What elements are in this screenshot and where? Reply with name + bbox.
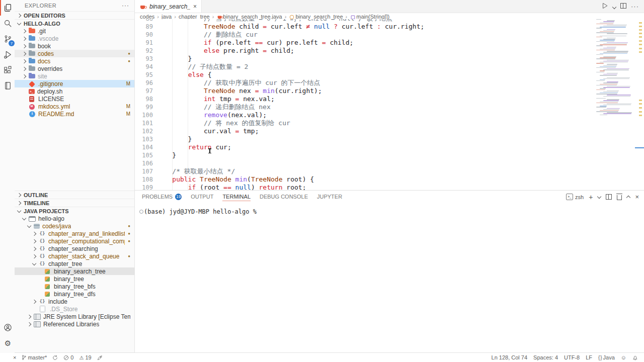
tree-item-chapter-array-and-linkedlist[interactable]: {}chapter_array_and_linkedlist● xyxy=(15,230,134,237)
run-button[interactable] xyxy=(602,3,608,11)
breadcrumb-binary-search-tree-java[interactable]: binary_search_tree.java xyxy=(216,14,282,20)
terminal-dropdown-icon[interactable] xyxy=(597,194,601,198)
code-line-108[interactable]: public TreeNode min(TreeNode root) { xyxy=(156,175,596,184)
tree-item-chapter-stack-and-queue[interactable]: {}chapter_stack_and_queue● xyxy=(15,252,134,260)
code-line-100[interactable]: remove(nex.val); xyxy=(156,111,596,119)
tree-item-gitignore[interactable]: .gitignoreM xyxy=(15,80,134,87)
tree-item-referenced-libraries[interactable]: Referenced Libraries xyxy=(15,320,134,328)
code-editor[interactable]: 8889909192939495969798991001011021031041… xyxy=(135,19,644,190)
code-line-89[interactable]: TreeNode child = cur.left ≠ null ? cur.l… xyxy=(156,23,596,31)
panel-tab-jupyter[interactable]: JUPYTER xyxy=(317,191,342,203)
section-outline[interactable]: OUTLINE xyxy=(15,191,134,199)
code-line-109[interactable]: if (root == null) return root; xyxy=(156,184,596,190)
breadcrumb-chapter-tree[interactable]: chapter_tree xyxy=(179,14,210,20)
tree-item-binary-search-tree[interactable]: binary_search_tree xyxy=(15,267,134,275)
tree-item-jre-system-library-eclipse-temurin-17-17[interactable]: JRE System Library [Eclipse Temurin 17 [… xyxy=(15,313,134,320)
run-dropdown-button[interactable] xyxy=(613,3,616,10)
status-utf-8[interactable]: UTF-8 xyxy=(564,354,580,360)
more-actions-icon[interactable]: ··· xyxy=(122,2,129,9)
status-warning[interactable]: ⚠19 xyxy=(79,354,91,360)
minimap[interactable] xyxy=(596,19,636,160)
tree-item-deploy-sh[interactable]: deploy.sh xyxy=(15,87,134,95)
status-lf[interactable]: LF xyxy=(586,354,592,360)
tree-item-overrides[interactable]: overrides xyxy=(15,65,134,72)
code-line-96[interactable]: // 获取中序遍历中 cur 的下一个结点 xyxy=(156,79,596,87)
tree-item-binary-tree-bfs[interactable]: binary_tree_bfs xyxy=(15,283,134,290)
code-line-102[interactable]: cur.val = tmp; xyxy=(156,127,596,135)
activity-account[interactable] xyxy=(0,320,15,335)
tree-item-mkdocs-yml[interactable]: mkdocs.ymlM xyxy=(15,103,134,110)
activity-notebook[interactable] xyxy=(0,78,15,94)
activity-search[interactable] xyxy=(0,16,15,31)
code-line-105[interactable]: } xyxy=(156,151,596,159)
status-smiley[interactable]: ☺ xyxy=(621,354,626,360)
code-content[interactable]: // 当子结点数量 = 0 / 1 时， child = null / 该子结点… xyxy=(156,19,596,190)
status-braces[interactable]: { }Java xyxy=(598,354,615,360)
breadcrumb-java[interactable]: java xyxy=(162,14,172,20)
tree-item-license[interactable]: LICENSE xyxy=(15,95,134,103)
code-line-95[interactable]: else { xyxy=(156,71,596,79)
tree-item-binary-tree-dfs[interactable]: binary_tree_dfs xyxy=(15,290,134,298)
panel-tab-output[interactable]: OUTPUT xyxy=(191,191,213,203)
split-terminal-icon[interactable] xyxy=(606,194,612,200)
code-line-103[interactable]: } xyxy=(156,135,596,143)
maximize-panel-icon[interactable] xyxy=(626,195,630,199)
tree-item-codes-java[interactable]: codes/java● xyxy=(15,222,134,230)
tree-item-site[interactable]: site xyxy=(15,72,134,80)
more-button[interactable]: ··· xyxy=(631,3,639,10)
code-line-97[interactable]: TreeNode nex = min(cur.right); xyxy=(156,87,596,95)
code-line-107[interactable]: /* 获取最小结点 */ xyxy=(156,167,596,175)
code-line-106[interactable] xyxy=(156,159,596,167)
status-sync[interactable] xyxy=(52,355,58,360)
code-line-90[interactable]: // 删除结点 cur xyxy=(156,31,596,39)
code-line-88[interactable]: // 当子结点数量 = 0 / 1 时， child = null / 该子结点 xyxy=(156,19,596,23)
tab-binary-search-tree-java[interactable]: binary_search_tree.java × xyxy=(135,0,202,13)
terminal[interactable]: (base) jyd@JYD-MBP hello-algo % xyxy=(135,203,644,353)
tree-item-book[interactable]: book xyxy=(15,42,134,50)
panel-tab-problems[interactable]: PROBLEMS19 xyxy=(142,191,182,203)
status-bell[interactable] xyxy=(632,355,638,360)
terminal-profile-select[interactable]: >_ zsh xyxy=(566,194,584,200)
breadcrumb-main-string[interactable]: main(String[]) xyxy=(350,14,389,20)
split-editor-button[interactable] xyxy=(620,3,626,10)
status-remote[interactable]: × xyxy=(13,354,16,360)
panel-tab-terminal[interactable]: TERMINAL xyxy=(222,191,251,203)
activity-explorer[interactable] xyxy=(0,0,15,16)
new-terminal-button[interactable]: + xyxy=(589,194,593,201)
activity-extensions[interactable] xyxy=(0,62,15,78)
breadcrumb-codes[interactable]: codes xyxy=(140,14,154,20)
tree-item-readme-md[interactable]: README.mdM xyxy=(15,110,134,118)
section-open-editors[interactable]: OPEN EDITORS xyxy=(15,11,134,19)
code-line-94[interactable]: // 子结点数量 = 2 xyxy=(156,63,596,71)
tree-item-binary-tree[interactable]: binary_tree xyxy=(15,275,134,283)
section-timeline[interactable]: TIMELINE xyxy=(15,199,134,207)
kill-terminal-icon[interactable] xyxy=(617,195,622,200)
status-spaces-4[interactable]: Spaces: 4 xyxy=(533,354,558,360)
tree-item-include[interactable]: {}include xyxy=(15,298,134,305)
tree-item-chapter-searching[interactable]: {}chapter_searching xyxy=(15,245,134,252)
section-hello-algo[interactable]: HELLO-ALGO xyxy=(15,19,134,27)
close-panel-icon[interactable]: × xyxy=(635,193,639,201)
tree-item-vscode[interactable]: .vscode xyxy=(15,35,134,42)
close-icon[interactable]: × xyxy=(193,3,197,10)
tree-item-docs[interactable]: docs● xyxy=(15,57,134,65)
status-branch[interactable]: master* xyxy=(22,354,47,360)
code-line-101[interactable]: // 将 nex 的值复制给 cur xyxy=(156,119,596,127)
status-rocket[interactable] xyxy=(97,355,103,360)
panel-tab-debug-console[interactable]: DEBUG CONSOLE xyxy=(260,191,308,203)
activity-settings[interactable]: ⚙ xyxy=(0,335,15,351)
breadcrumb-binary-search-tree[interactable]: binary_search_tree xyxy=(289,14,343,20)
status-error[interactable]: 0 xyxy=(63,354,73,360)
tree-item-chapter-computational-complexity[interactable]: {}chapter_computational_complexity● xyxy=(15,237,134,245)
tree-item-ds-store[interactable]: .DS_Store xyxy=(15,305,134,313)
status-ln-128-col-74[interactable]: Ln 128, Col 74 xyxy=(492,354,528,360)
tree-item-git[interactable]: .git xyxy=(15,27,134,35)
code-line-92[interactable]: else pre.right = child; xyxy=(156,47,596,55)
code-line-91[interactable]: if (pre.left == cur) pre.left = child; xyxy=(156,39,596,47)
code-line-104[interactable]: return cur; xyxy=(156,143,596,151)
tree-item-hello-algo[interactable]: hello-algo xyxy=(15,215,134,222)
activity-source-control[interactable]: 7 xyxy=(0,31,15,47)
tree-item-codes[interactable]: codes● xyxy=(15,50,134,57)
code-line-93[interactable]: } xyxy=(156,55,596,63)
code-line-99[interactable]: // 递归删除结点 nex xyxy=(156,103,596,111)
